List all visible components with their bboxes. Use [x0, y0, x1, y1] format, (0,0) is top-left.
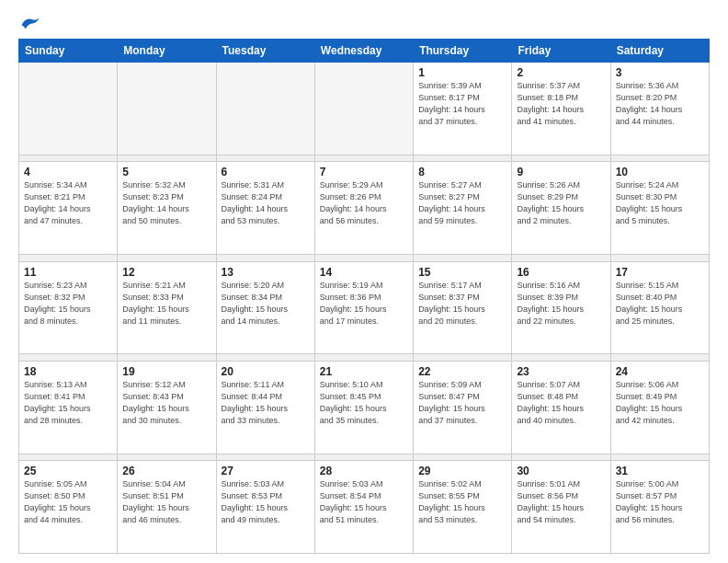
calendar-cell: 1Sunrise: 5:39 AM Sunset: 8:17 PM Daylig…	[414, 63, 512, 155]
day-number: 9	[517, 166, 605, 178]
calendar-cell: 28Sunrise: 5:03 AM Sunset: 8:54 PM Dayli…	[314, 461, 413, 554]
calendar-cell: 7Sunrise: 5:29 AM Sunset: 8:26 PM Daylig…	[314, 162, 413, 255]
day-info: Sunrise: 5:09 AM Sunset: 8:47 PM Dayligh…	[418, 379, 506, 427]
day-info: Sunrise: 5:24 AM Sunset: 8:30 PM Dayligh…	[616, 179, 704, 227]
calendar-cell: 3Sunrise: 5:36 AM Sunset: 8:20 PM Daylig…	[610, 63, 709, 155]
day-info: Sunrise: 5:34 AM Sunset: 8:21 PM Dayligh…	[24, 179, 112, 227]
day-number: 18	[24, 365, 112, 378]
day-info: Sunrise: 5:26 AM Sunset: 8:29 PM Dayligh…	[517, 179, 605, 227]
week-divider	[19, 454, 710, 461]
day-info: Sunrise: 5:13 AM Sunset: 8:41 PM Dayligh…	[24, 379, 112, 427]
day-info: Sunrise: 5:12 AM Sunset: 8:43 PM Dayligh…	[122, 379, 210, 427]
week-divider	[19, 254, 710, 261]
day-info: Sunrise: 5:29 AM Sunset: 8:26 PM Dayligh…	[320, 179, 408, 227]
calendar-cell: 8Sunrise: 5:27 AM Sunset: 8:27 PM Daylig…	[414, 162, 512, 255]
day-info: Sunrise: 5:19 AM Sunset: 8:36 PM Dayligh…	[320, 280, 408, 327]
calendar-cell: 25Sunrise: 5:05 AM Sunset: 8:50 PM Dayli…	[19, 461, 118, 554]
day-info: Sunrise: 5:17 AM Sunset: 8:37 PM Dayligh…	[418, 280, 506, 327]
calendar-cell: 5Sunrise: 5:32 AM Sunset: 8:23 PM Daylig…	[118, 162, 216, 255]
day-info: Sunrise: 5:03 AM Sunset: 8:54 PM Dayligh…	[320, 478, 408, 526]
calendar-cell: 20Sunrise: 5:11 AM Sunset: 8:44 PM Dayli…	[216, 361, 314, 454]
calendar-cell: 22Sunrise: 5:09 AM Sunset: 8:47 PM Dayli…	[414, 361, 512, 454]
day-number: 31	[616, 465, 704, 477]
day-number: 26	[122, 465, 210, 477]
day-number: 5	[122, 166, 210, 178]
day-info: Sunrise: 5:03 AM Sunset: 8:53 PM Dayligh…	[222, 478, 310, 526]
calendar-cell: 10Sunrise: 5:24 AM Sunset: 8:30 PM Dayli…	[610, 162, 709, 255]
calendar-cell: 31Sunrise: 5:00 AM Sunset: 8:57 PM Dayli…	[610, 461, 709, 554]
page-header	[18, 15, 710, 31]
calendar-cell: 16Sunrise: 5:16 AM Sunset: 8:39 PM Dayli…	[512, 261, 610, 354]
weekday-header-sunday: Sunday	[19, 40, 118, 63]
day-info: Sunrise: 5:32 AM Sunset: 8:23 PM Dayligh…	[122, 179, 210, 227]
calendar-cell: 19Sunrise: 5:12 AM Sunset: 8:43 PM Dayli…	[118, 361, 216, 454]
calendar-table: SundayMondayTuesdayWednesdayThursdayFrid…	[18, 39, 710, 554]
day-number: 3	[616, 66, 704, 79]
day-number: 2	[517, 66, 605, 79]
day-number: 17	[616, 266, 704, 279]
day-info: Sunrise: 5:00 AM Sunset: 8:57 PM Dayligh…	[616, 478, 704, 526]
calendar-week-5: 25Sunrise: 5:05 AM Sunset: 8:50 PM Dayli…	[19, 461, 710, 554]
day-number: 16	[517, 266, 605, 279]
logo-bird-icon	[20, 15, 40, 31]
week-divider	[19, 354, 710, 362]
day-number: 6	[222, 166, 310, 178]
day-number: 10	[616, 166, 704, 178]
calendar-cell: 29Sunrise: 5:02 AM Sunset: 8:55 PM Dayli…	[414, 461, 512, 554]
day-info: Sunrise: 5:20 AM Sunset: 8:34 PM Dayligh…	[222, 280, 310, 327]
weekday-header-monday: Monday	[118, 40, 216, 63]
day-info: Sunrise: 5:27 AM Sunset: 8:27 PM Dayligh…	[418, 179, 506, 227]
calendar-cell	[19, 63, 118, 155]
calendar-cell: 6Sunrise: 5:31 AM Sunset: 8:24 PM Daylig…	[216, 162, 314, 255]
day-number: 29	[418, 465, 506, 477]
weekday-header-wednesday: Wednesday	[314, 40, 413, 63]
day-number: 25	[24, 465, 112, 477]
logo	[18, 15, 40, 31]
day-number: 4	[24, 166, 112, 178]
day-info: Sunrise: 5:05 AM Sunset: 8:50 PM Dayligh…	[24, 478, 112, 526]
calendar-cell: 26Sunrise: 5:04 AM Sunset: 8:51 PM Dayli…	[118, 461, 216, 554]
day-info: Sunrise: 5:04 AM Sunset: 8:51 PM Dayligh…	[122, 478, 210, 526]
day-info: Sunrise: 5:10 AM Sunset: 8:45 PM Dayligh…	[320, 379, 408, 427]
calendar-cell: 24Sunrise: 5:06 AM Sunset: 8:49 PM Dayli…	[610, 361, 709, 454]
calendar-week-2: 4Sunrise: 5:34 AM Sunset: 8:21 PM Daylig…	[19, 162, 710, 255]
weekday-header-saturday: Saturday	[610, 40, 709, 63]
day-info: Sunrise: 5:36 AM Sunset: 8:20 PM Dayligh…	[616, 80, 704, 128]
day-info: Sunrise: 5:39 AM Sunset: 8:17 PM Dayligh…	[418, 80, 506, 128]
calendar-cell	[216, 63, 314, 155]
calendar-cell: 17Sunrise: 5:15 AM Sunset: 8:40 PM Dayli…	[610, 261, 709, 354]
day-number: 13	[222, 266, 310, 279]
calendar-cell: 12Sunrise: 5:21 AM Sunset: 8:33 PM Dayli…	[118, 261, 216, 354]
day-number: 27	[222, 465, 310, 477]
calendar-cell: 27Sunrise: 5:03 AM Sunset: 8:53 PM Dayli…	[216, 461, 314, 554]
calendar-cell: 14Sunrise: 5:19 AM Sunset: 8:36 PM Dayli…	[314, 261, 413, 354]
calendar-cell: 11Sunrise: 5:23 AM Sunset: 8:32 PM Dayli…	[19, 261, 118, 354]
day-number: 15	[418, 266, 506, 279]
calendar-cell	[314, 63, 413, 155]
day-info: Sunrise: 5:23 AM Sunset: 8:32 PM Dayligh…	[24, 280, 112, 327]
day-number: 24	[616, 365, 704, 378]
day-number: 11	[24, 266, 112, 279]
day-number: 14	[320, 266, 408, 279]
calendar-cell: 9Sunrise: 5:26 AM Sunset: 8:29 PM Daylig…	[512, 162, 610, 255]
calendar-week-3: 11Sunrise: 5:23 AM Sunset: 8:32 PM Dayli…	[19, 261, 710, 354]
day-info: Sunrise: 5:37 AM Sunset: 8:18 PM Dayligh…	[517, 80, 605, 128]
day-info: Sunrise: 5:11 AM Sunset: 8:44 PM Dayligh…	[222, 379, 310, 427]
calendar-header-row: SundayMondayTuesdayWednesdayThursdayFrid…	[19, 40, 710, 63]
calendar-cell: 13Sunrise: 5:20 AM Sunset: 8:34 PM Dayli…	[216, 261, 314, 354]
calendar-cell: 23Sunrise: 5:07 AM Sunset: 8:48 PM Dayli…	[512, 361, 610, 454]
weekday-header-friday: Friday	[512, 40, 610, 63]
calendar-cell: 21Sunrise: 5:10 AM Sunset: 8:45 PM Dayli…	[314, 361, 413, 454]
day-number: 19	[122, 365, 210, 378]
day-number: 23	[517, 365, 605, 378]
day-info: Sunrise: 5:21 AM Sunset: 8:33 PM Dayligh…	[122, 280, 210, 327]
calendar-cell: 2Sunrise: 5:37 AM Sunset: 8:18 PM Daylig…	[512, 63, 610, 155]
day-info: Sunrise: 5:16 AM Sunset: 8:39 PM Dayligh…	[517, 280, 605, 327]
day-info: Sunrise: 5:01 AM Sunset: 8:56 PM Dayligh…	[517, 478, 605, 526]
weekday-header-tuesday: Tuesday	[216, 40, 314, 63]
week-divider	[19, 155, 710, 162]
day-number: 30	[517, 465, 605, 477]
calendar-week-4: 18Sunrise: 5:13 AM Sunset: 8:41 PM Dayli…	[19, 361, 710, 454]
calendar-cell: 15Sunrise: 5:17 AM Sunset: 8:37 PM Dayli…	[414, 261, 512, 354]
day-info: Sunrise: 5:31 AM Sunset: 8:24 PM Dayligh…	[222, 179, 310, 227]
